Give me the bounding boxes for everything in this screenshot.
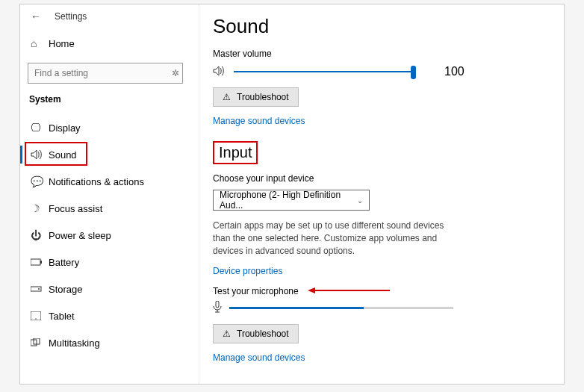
storage-icon [31,285,49,293]
topbar: ← Settings [28,10,191,22]
mic-level-row [213,301,550,315]
page-title: Sound [213,15,550,38]
sidebar-item-label: Battery [49,257,79,268]
warning-icon: ⚠ [223,92,231,102]
battery-icon [31,258,49,266]
sidebar-item-label: Notifications & actions [49,176,144,187]
mic-level-meter [229,307,453,309]
sidebar: ← Settings ⌂ Home ✲ System 🖵 Display Sou… [20,4,199,384]
volume-row: 100 [213,65,550,78]
sidebar-item-label: Display [49,122,81,134]
nav-list: 🖵 Display Sound 💬 Notifications & action… [28,115,191,355]
test-mic-label-row: Test your microphone [213,285,550,296]
back-arrow-icon[interactable]: ← [31,10,46,22]
annotation-arrow-icon [308,285,390,296]
sidebar-item-label: Storage [49,284,83,295]
home-icon: ⌂ [31,37,49,49]
search-icon: ✲ [172,68,179,78]
choose-input-label: Choose your input device [213,173,550,184]
chevron-down-icon: ⌄ [357,196,363,205]
troubleshoot-input-button[interactable]: ⚠ Troubleshoot [213,324,299,343]
sidebar-item-sound[interactable]: Sound [28,142,191,167]
sidebar-item-display[interactable]: 🖵 Display [28,115,191,140]
main-content: Sound Master volume 100 ⚠ Troubleshoot M… [199,4,564,384]
svg-point-5 [35,318,36,319]
multitasking-icon [31,338,49,347]
sidebar-item-label: Tablet [49,311,75,322]
sidebar-item-multitasking[interactable]: Multitasking [28,330,191,355]
volume-slider-thumb[interactable] [411,66,416,79]
sidebar-item-storage[interactable]: Storage [28,276,191,302]
input-section: Input Choose your input device Microphon… [213,141,550,363]
sidebar-item-battery[interactable]: Battery [28,249,191,275]
svg-rect-1 [40,261,42,264]
notifications-icon: 💬 [31,175,49,187]
input-device-value: Microphone (2- High Definition Aud... [220,190,357,211]
svg-marker-9 [308,287,315,293]
manage-sound-devices-link[interactable]: Manage sound devices [213,116,305,126]
volume-slider[interactable] [234,71,413,72]
focus-icon: ☽ [31,202,49,214]
sidebar-item-notifications[interactable]: 💬 Notifications & actions [28,169,191,194]
power-icon: ⏻ [31,229,49,241]
svg-rect-0 [31,259,40,265]
settings-title: Settings [55,11,87,22]
settings-window: ← Settings ⌂ Home ✲ System 🖵 Display Sou… [19,4,565,385]
speaker-icon[interactable] [213,66,226,78]
sidebar-item-label: Power & sleep [49,230,111,241]
volume-value: 100 [444,65,465,78]
troubleshoot-label: Troubleshoot [237,92,289,102]
sidebar-item-power[interactable]: ⏻ Power & sleep [28,223,191,248]
sidebar-item-focus-assist[interactable]: ☽ Focus assist [28,196,191,221]
test-mic-label: Test your microphone [213,286,299,296]
master-volume-label: Master volume [213,49,550,59]
display-icon: 🖵 [31,122,49,134]
sidebar-item-label: Multitasking [49,337,100,349]
device-properties-link[interactable]: Device properties [213,266,282,276]
manage-sound-devices-input-link[interactable]: Manage sound devices [213,352,305,363]
troubleshoot-output-button[interactable]: ⚠ Troubleshoot [213,87,299,107]
svg-point-3 [38,288,40,290]
system-heading: System [28,94,191,105]
microphone-icon [213,301,222,315]
input-heading: Input [219,144,252,161]
search-input[interactable] [28,63,183,84]
svg-rect-10 [216,301,219,308]
sidebar-item-tablet[interactable]: Tablet [28,303,191,329]
tablet-icon [31,311,49,320]
sound-icon [31,149,49,160]
sidebar-item-home[interactable]: ⌂ Home [28,31,191,55]
sidebar-item-label: Focus assist [49,203,102,214]
highlight-box-input: Input [213,141,258,164]
mic-level-fill [229,307,364,309]
input-device-select[interactable]: Microphone (2- High Definition Aud... ⌄ [213,190,370,211]
search-wrap: ✲ [28,63,191,84]
troubleshoot-label: Troubleshoot [237,329,289,339]
sidebar-item-label: Sound [49,149,77,161]
input-description: Certain apps may be set up to use differ… [213,220,459,257]
home-label: Home [49,38,75,49]
warning-icon: ⚠ [223,329,231,339]
